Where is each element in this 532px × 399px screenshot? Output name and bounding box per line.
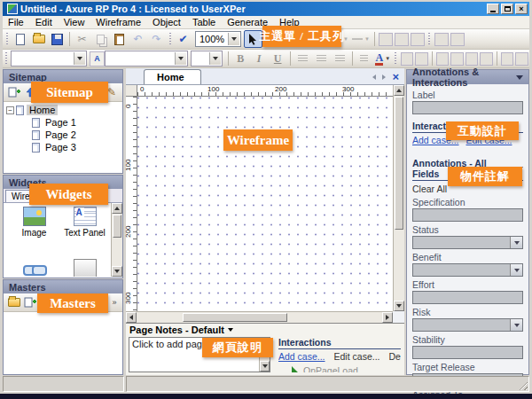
minimize-button[interactable]	[487, 4, 499, 14]
menu-file[interactable]: File	[8, 17, 24, 27]
add-case-link[interactable]: Add case...	[278, 351, 325, 362]
widget-text[interactable]: Text Panel	[59, 207, 110, 238]
close-tab-icon[interactable]: ×	[392, 71, 399, 82]
send-backward-button[interactable]	[480, 52, 493, 66]
menu-table[interactable]: Table	[192, 17, 215, 27]
copy-button[interactable]	[91, 30, 110, 48]
align-left-button[interactable]	[293, 50, 312, 67]
close-button[interactable]: ×	[515, 4, 528, 14]
prev-tab-icon[interactable]	[372, 74, 376, 80]
menu-object[interactable]: Object	[153, 17, 181, 27]
bring-forward-button[interactable]	[466, 52, 479, 66]
scroll-down-button[interactable]	[112, 266, 122, 277]
add-page-button[interactable]	[6, 85, 22, 100]
new-button[interactable]	[11, 30, 29, 48]
add-master-button[interactable]	[22, 295, 38, 310]
scroll-thumb[interactable]	[395, 97, 403, 230]
benefit-select[interactable]	[412, 263, 523, 277]
canvas-horizontal-scrollbar[interactable]	[126, 311, 393, 323]
canvas-vertical-scrollbar[interactable]	[393, 85, 404, 311]
font-size-select[interactable]	[191, 51, 223, 66]
maximize-button[interactable]	[501, 4, 513, 14]
chevron-down-button[interactable]	[510, 319, 522, 331]
toolbar-grip[interactable]	[427, 33, 432, 46]
align-right-button[interactable]	[331, 50, 349, 67]
edit-case-link[interactable]: Edit case...	[334, 351, 380, 362]
scroll-thumb[interactable]	[113, 215, 121, 238]
effort-input[interactable]	[412, 291, 523, 304]
font-color-dropdown[interactable]: A▼	[373, 50, 392, 67]
toolbar-grip[interactable]	[4, 33, 9, 46]
size-dropdown-button[interactable]	[209, 52, 221, 65]
cut-button[interactable]: ✂	[73, 30, 91, 48]
chevron-down-button[interactable]	[510, 237, 522, 248]
font-family-select[interactable]	[11, 51, 87, 66]
font-size-button[interactable]: A	[90, 51, 105, 66]
tree-item-home[interactable]: −Home	[4, 104, 122, 116]
menu-wireframe[interactable]: Wireframe	[96, 17, 141, 27]
undo-button[interactable]: ↶	[129, 30, 147, 48]
bold-button[interactable]: B	[231, 50, 250, 67]
page-notes-header[interactable]: Page Notes - Default	[126, 324, 404, 336]
scroll-up-button[interactable]	[394, 85, 404, 96]
align-center-button[interactable]	[312, 50, 331, 67]
widget-image[interactable]: Image	[9, 207, 59, 238]
bullet-list-button[interactable]	[355, 50, 373, 67]
group-button[interactable]	[401, 52, 414, 66]
label-input[interactable]	[412, 101, 523, 114]
menu-view[interactable]: View	[64, 17, 85, 27]
next-tab-icon[interactable]	[382, 74, 386, 80]
tree-item-page-1[interactable]: Page 1	[4, 116, 122, 129]
distribute-button[interactable]	[515, 52, 528, 66]
toolbar-grip[interactable]	[4, 52, 9, 66]
distribute-button[interactable]	[501, 52, 514, 66]
onpageload-event-row[interactable]: OnPageLoad	[291, 365, 401, 372]
tree-item-page-2[interactable]: Page 2	[4, 129, 122, 141]
resize-grip[interactable]	[517, 379, 528, 390]
shape-tool-button[interactable]	[411, 33, 425, 46]
annotations-panel-header[interactable]: Annotations & Interactions	[407, 70, 528, 84]
layout-tool-button[interactable]	[450, 33, 465, 46]
spell-check-button[interactable]: ✔	[174, 30, 192, 48]
scroll-up-button[interactable]	[112, 203, 122, 214]
ungroup-button[interactable]	[415, 52, 428, 66]
scroll-thumb[interactable]	[183, 313, 287, 322]
open-master-button[interactable]	[6, 295, 22, 310]
tab-home[interactable]: Home	[144, 69, 201, 84]
specification-input[interactable]	[412, 208, 523, 222]
delete-case-link[interactable]: Delete case...	[388, 351, 401, 362]
open-button[interactable]	[29, 30, 48, 48]
bring-front-button[interactable]	[436, 52, 450, 66]
chevron-down-button[interactable]	[510, 264, 522, 276]
tree-item-page-3[interactable]: Page 3	[4, 141, 122, 153]
toolbar-grip[interactable]	[168, 33, 172, 46]
widget-hyperlink[interactable]: Hyperlink	[9, 259, 59, 277]
widget-rectangle[interactable]: Rectangle	[59, 259, 110, 277]
risk-select[interactable]	[412, 318, 523, 332]
menu-edit[interactable]: Edit	[35, 17, 52, 27]
toolbar-grip[interactable]	[394, 52, 398, 66]
toolbar-overflow-button[interactable]: »	[109, 295, 120, 310]
widgets-scrollbar[interactable]	[111, 203, 122, 277]
zoom-select[interactable]: 100%	[195, 31, 241, 47]
underline-button[interactable]: U	[269, 50, 287, 67]
redo-button[interactable]: ↷	[147, 30, 166, 48]
scroll-left-button[interactable]	[126, 312, 137, 323]
zoom-dropdown-button[interactable]	[228, 33, 239, 45]
masters-list[interactable]	[4, 312, 122, 372]
scroll-right-button[interactable]	[382, 312, 393, 323]
scroll-down-button[interactable]	[260, 361, 270, 372]
send-back-button[interactable]	[450, 52, 464, 66]
font-family-dropdown-button[interactable]	[74, 52, 85, 65]
italic-button[interactable]: I	[250, 50, 269, 67]
layout-tool-button[interactable]	[434, 33, 449, 46]
status-select[interactable]	[412, 236, 523, 249]
save-button[interactable]	[48, 30, 66, 48]
stability-input[interactable]	[412, 346, 523, 359]
scroll-down-button[interactable]	[394, 301, 404, 311]
tree-expander-icon[interactable]: −	[6, 106, 14, 114]
arrow-style-dropdown[interactable]: ▼	[350, 30, 372, 48]
style-select[interactable]	[105, 51, 188, 66]
paste-button[interactable]	[110, 30, 129, 48]
style-dropdown-button[interactable]	[175, 52, 186, 65]
